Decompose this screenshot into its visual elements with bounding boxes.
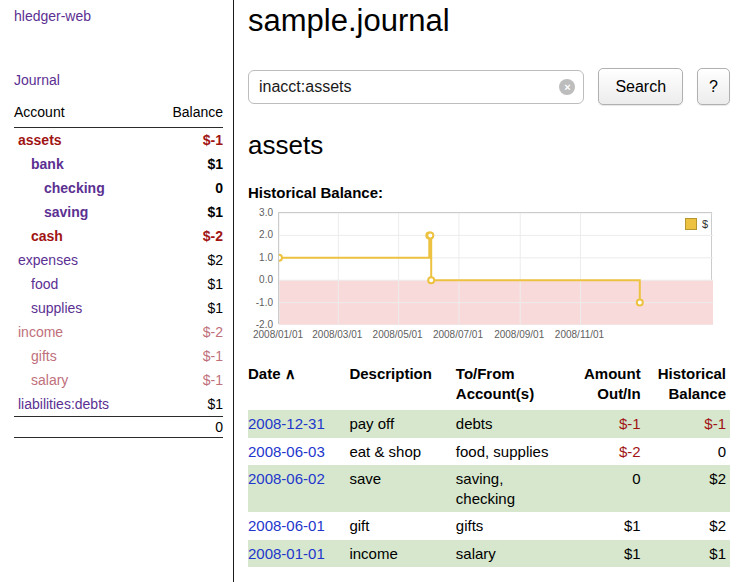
transaction-date-link[interactable]: 2008-01-01 — [248, 545, 325, 562]
account-balance: $-1 — [150, 368, 223, 392]
account-row: bank$1 — [14, 152, 223, 176]
accounts-table-body: assets$-1bank$1checking0saving$1cash$-2e… — [14, 128, 223, 417]
account-link[interactable]: bank — [31, 156, 64, 172]
account-row: checking0 — [14, 176, 223, 200]
transaction-date-link[interactable]: 2008-06-02 — [248, 470, 325, 487]
account-link[interactable]: income — [18, 324, 63, 340]
account-link[interactable]: saving — [44, 204, 88, 220]
account-link[interactable]: salary — [31, 372, 68, 388]
y-tick-label: 2.0 — [259, 229, 273, 240]
x-tick-label: 2008/01/01 — [253, 329, 303, 340]
chart-legend: $ — [683, 217, 710, 231]
x-tick-label: 2008/07/01 — [433, 329, 483, 340]
account-balance: $-1 — [150, 344, 223, 368]
transaction-date-cell: 2008-12-31 — [248, 410, 345, 438]
chart-plot-area — [278, 212, 712, 324]
transaction-date-cell: 2008-06-03 — [248, 438, 345, 466]
transaction-date-link[interactable]: 2008-06-01 — [248, 517, 325, 534]
account-balance: 0 — [150, 176, 223, 200]
main-content: sample.journal × Search ? assets Histori… — [248, 0, 730, 567]
account-link[interactable]: checking — [44, 180, 105, 196]
account-balance: $1 — [150, 272, 223, 296]
transaction-amount: $1 — [576, 540, 644, 568]
account-link[interactable]: supplies — [31, 300, 82, 316]
sidebar-item-journal[interactable]: Journal — [14, 72, 60, 88]
transaction-date-cell: 2008-06-02 — [248, 465, 345, 512]
transaction-amount: $-1 — [576, 410, 644, 438]
register-header-description: Description — [345, 363, 451, 410]
app-title-link[interactable]: hledger-web — [14, 8, 91, 24]
accounts-total-value: 0 — [150, 417, 223, 438]
account-link[interactable]: cash — [31, 228, 63, 244]
transaction-balance: 0 — [645, 438, 730, 466]
sort-ascending-icon: ∧ — [285, 365, 296, 382]
transaction-accounts: saving, checking — [452, 465, 577, 512]
register-header-date[interactable]: Date ∧ — [248, 363, 345, 410]
transaction-date-link[interactable]: 2008-06-03 — [248, 443, 325, 460]
account-balance: $2 — [150, 248, 223, 272]
register-row: 2008-01-01incomesalary$1$1 — [248, 540, 730, 568]
account-balance: $-2 — [150, 224, 223, 248]
register-table-body: 2008-12-31pay offdebts$-1$-12008-06-03ea… — [248, 410, 730, 567]
help-button[interactable]: ? — [697, 68, 730, 105]
account-row: saving$1 — [14, 200, 223, 224]
account-balance: $1 — [150, 200, 223, 224]
transaction-description: gift — [345, 512, 451, 540]
y-tick-label: -1.0 — [256, 296, 273, 307]
transaction-balance: $1 — [645, 540, 730, 568]
accounts-total-row: 0 — [14, 417, 223, 438]
register-row: 2008-12-31pay offdebts$-1$-1 — [248, 410, 730, 438]
account-balance: $1 — [150, 296, 223, 320]
transaction-amount: $-2 — [576, 438, 644, 466]
accounts-table: Account Balance assets$-1bank$1checking0… — [14, 104, 223, 438]
account-row: liabilities:debts$1 — [14, 392, 223, 417]
legend-label: $ — [702, 218, 708, 230]
transaction-balance: $-1 — [645, 410, 730, 438]
transaction-amount: 0 — [576, 465, 644, 512]
account-link[interactable]: assets — [18, 132, 62, 148]
account-balance: $-1 — [150, 128, 223, 153]
account-link[interactable]: liabilities:debts — [18, 396, 109, 412]
x-tick-label: 2008/11/01 — [555, 329, 604, 340]
transaction-date-link[interactable]: 2008-12-31 — [248, 415, 325, 432]
y-tick-label: 0.0 — [259, 274, 273, 285]
account-row: supplies$1 — [14, 296, 223, 320]
transaction-balance: $2 — [645, 465, 730, 512]
y-axis-labels: 3.02.01.00.0-1.0-2.0 — [248, 212, 273, 324]
register-row: 2008-06-02savesaving, checking0$2 — [248, 465, 730, 512]
account-row: food$1 — [14, 272, 223, 296]
transaction-date-cell: 2008-06-01 — [248, 512, 345, 540]
search-button[interactable]: Search — [598, 68, 683, 105]
balance-chart-svg — [279, 213, 713, 325]
legend-swatch-icon — [685, 218, 697, 230]
sidebar: hledger-web Journal Account Balance asse… — [0, 0, 233, 582]
clear-search-icon[interactable]: × — [559, 79, 575, 95]
account-link[interactable]: gifts — [31, 348, 57, 364]
search-input[interactable] — [248, 70, 584, 104]
accounts-header-account: Account — [14, 104, 150, 128]
y-tick-label: 3.0 — [259, 207, 273, 218]
balance-chart: 3.02.01.00.0-1.0-2.0 $ 2008/01/012008/03… — [248, 208, 730, 346]
account-row: expenses$2 — [14, 248, 223, 272]
account-link[interactable]: expenses — [18, 252, 78, 268]
account-row: gifts$-1 — [14, 344, 223, 368]
sidebar-divider — [233, 0, 234, 582]
transaction-amount: $1 — [576, 512, 644, 540]
transaction-description: income — [345, 540, 451, 568]
account-balance: $-2 — [150, 320, 223, 344]
account-row: cash$-2 — [14, 224, 223, 248]
x-tick-label: 2008/05/01 — [373, 329, 423, 340]
account-row: income$-2 — [14, 320, 223, 344]
register-header-date-label: Date — [248, 365, 281, 382]
register-header-balance: Historical Balance — [645, 363, 730, 410]
account-link[interactable]: food — [31, 276, 58, 292]
transaction-description: pay off — [345, 410, 451, 438]
x-tick-label: 2008/09/01 — [494, 329, 544, 340]
search-box: × — [248, 70, 584, 104]
transaction-description: save — [345, 465, 451, 512]
account-balance: $1 — [150, 152, 223, 176]
register-header-amount: Amount Out/In — [576, 363, 644, 410]
account-heading: assets — [248, 130, 730, 161]
transaction-date-cell: 2008-01-01 — [248, 540, 345, 568]
search-form: × Search ? — [248, 68, 730, 105]
